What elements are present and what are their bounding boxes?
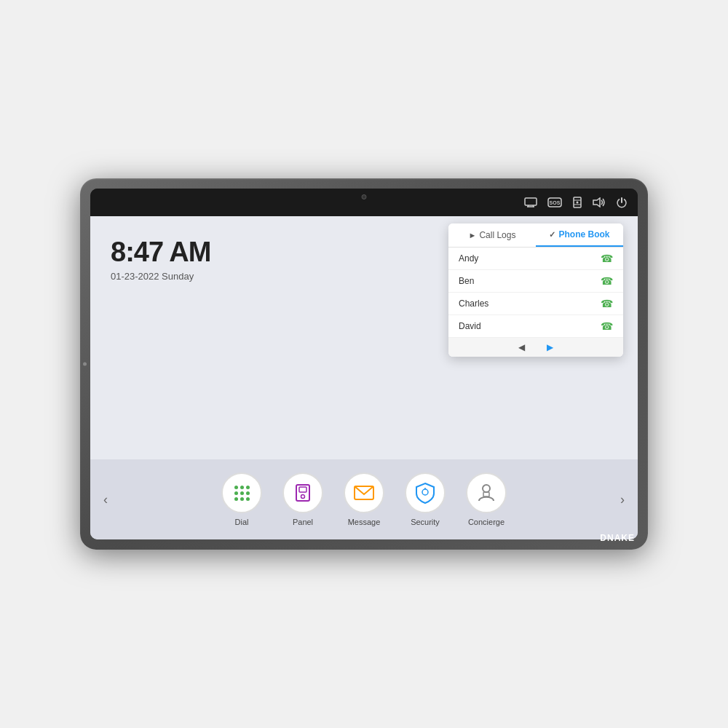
phonebook-pagination: ◀ ▶ — [448, 338, 623, 357]
panel-icon-circle — [282, 472, 323, 513]
security-label: Security — [411, 518, 440, 526]
panel-svg-icon — [293, 483, 313, 503]
phonebook-label: Phone Book — [558, 229, 609, 240]
concierge-icon-circle — [466, 472, 507, 513]
svg-point-13 — [301, 495, 305, 499]
device-screen: SOS — [90, 189, 638, 539]
sos-icon[interactable]: SOS — [547, 197, 562, 207]
call-icon-david[interactable]: ☎ — [601, 320, 613, 332]
page-prev-icon[interactable]: ◀ — [518, 342, 525, 352]
device-shell: SOS — [80, 178, 648, 550]
page-next-icon[interactable]: ▶ — [547, 342, 553, 352]
main-content: 8:47 AM 01-23-2022 Sunday ► Call Logs ✓ … — [90, 216, 638, 539]
security-svg-icon — [415, 482, 435, 504]
concierge-svg-icon — [476, 482, 496, 504]
intercom-icon[interactable] — [572, 197, 582, 208]
camera-dot — [362, 194, 367, 199]
svg-rect-12 — [299, 487, 306, 492]
svg-point-15 — [422, 489, 428, 495]
message-svg-icon — [353, 484, 375, 502]
svg-rect-0 — [525, 198, 537, 205]
contact-item-david[interactable]: David ☎ — [448, 315, 623, 338]
phonebook-panel: ► Call Logs ✓ Phone Book Andy ☎ — [448, 223, 623, 357]
contact-list: Andy ☎ Ben ☎ Charles ☎ David — [448, 248, 623, 338]
nav-right-arrow[interactable]: › — [614, 492, 630, 507]
phonebook-check-icon: ✓ — [549, 230, 555, 240]
call-icon-andy[interactable]: ☎ — [601, 253, 613, 264]
security-icon-circle — [405, 472, 446, 513]
nav-left-arrow[interactable]: ‹ — [98, 492, 114, 507]
app-item-security[interactable]: Security — [405, 472, 446, 526]
app-item-dial[interactable]: Dial — [221, 472, 262, 526]
contact-item-andy[interactable]: Andy ☎ — [448, 248, 623, 270]
contact-name-andy: Andy — [459, 253, 478, 264]
app-bar: ‹ — [90, 459, 638, 539]
call-logs-tab[interactable]: ► Call Logs — [448, 224, 536, 246]
call-icon-ben[interactable]: ☎ — [601, 275, 613, 287]
svg-marker-10 — [593, 198, 600, 207]
app-item-panel[interactable]: Panel — [282, 472, 323, 526]
dial-grid — [234, 486, 250, 501]
dial-icon-circle — [221, 472, 262, 513]
call-logs-arrow-icon: ► — [469, 231, 477, 240]
top-bar: SOS — [90, 189, 638, 216]
panel-label: Panel — [293, 518, 313, 526]
message-icon-circle — [344, 472, 384, 513]
app-icons-row: Dial Panel — [114, 472, 614, 526]
message-label: Message — [348, 518, 381, 526]
power-icon[interactable] — [616, 197, 628, 208]
speaker-dot — [83, 363, 87, 366]
monitor-icon[interactable] — [524, 197, 537, 207]
svg-text:SOS: SOS — [550, 200, 561, 205]
phonebook-tab[interactable]: ✓ Phone Book — [536, 223, 623, 247]
volume-icon[interactable] — [593, 197, 606, 207]
contact-name-charles: Charles — [459, 298, 488, 309]
concierge-label: Concierge — [468, 518, 505, 526]
dial-label: Dial — [235, 518, 249, 526]
app-item-message[interactable]: Message — [344, 472, 384, 526]
contact-name-david: David — [459, 321, 481, 331]
contact-item-ben[interactable]: Ben ☎ — [448, 270, 623, 293]
svg-point-9 — [577, 202, 579, 204]
brand-label: DNAKE — [600, 533, 635, 543]
phonebook-header: ► Call Logs ✓ Phone Book — [448, 223, 623, 248]
content-upper: 8:47 AM 01-23-2022 Sunday ► Call Logs ✓ … — [90, 216, 638, 459]
svg-point-17 — [483, 485, 490, 492]
call-icon-charles[interactable]: ☎ — [601, 298, 613, 309]
contact-item-charles[interactable]: Charles ☎ — [448, 293, 623, 315]
app-item-concierge[interactable]: Concierge — [466, 472, 507, 526]
contact-name-ben: Ben — [459, 276, 474, 286]
call-logs-label: Call Logs — [479, 230, 515, 240]
